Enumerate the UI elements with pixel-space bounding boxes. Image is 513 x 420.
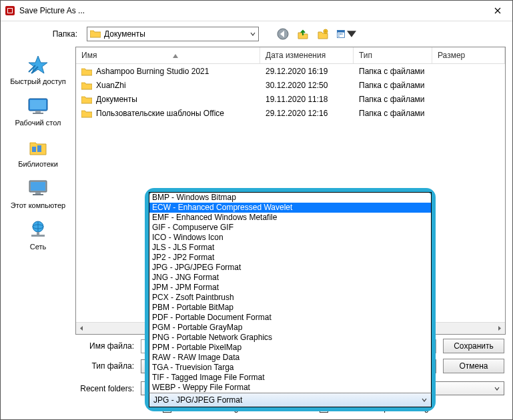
file-name: Пользовательские шаблоны Office [96,109,224,118]
svg-rect-10 [338,35,340,37]
button-label: Отмена [459,361,488,371]
file-date: 29.12.2020 16:19 [266,67,328,76]
format-option[interactable]: PBM - Portable BitMap [149,303,431,313]
svg-rect-16 [33,113,43,114]
folder-toolbar: Папка: Документы [1,21,512,47]
format-current-value: JPG - JPG/JPEG Format [153,395,242,405]
recent-label: Recent folders: [1,384,134,393]
cancel-button[interactable]: Отмена [443,359,504,373]
file-type: Папка с файлами [359,109,425,118]
chevron-down-icon [347,28,356,40]
file-date: 30.12.2020 12:50 [266,81,328,90]
format-option[interactable]: JLS - JLS Format [149,243,431,253]
filename-label: Имя файла: [1,341,134,351]
format-option[interactable]: ECW - Enhanced Compressed Wavelet [149,203,431,213]
format-option[interactable]: TIF - Tagged Image File Format [149,373,431,383]
svg-rect-15 [35,111,41,113]
table-row[interactable]: Ashampoo Burning Studio 202129.12.2020 1… [76,64,505,78]
save-picture-dialog: Save Picture As ... Папка: Документы [0,0,513,420]
format-option[interactable]: JPM - JPM Format [149,283,431,293]
svg-rect-14 [30,100,46,109]
format-option[interactable]: PPM - Portable PixelMap [149,343,431,353]
table-row[interactable]: Пользовательские шаблоны Office29.12.202… [76,106,505,120]
folder-select-value: Документы [104,29,247,39]
place-label: Быстрый доступ [10,77,66,85]
sort-ascending-icon [173,51,178,60]
save-button[interactable]: Сохранить [443,339,504,353]
filetype-label: Тип файла: [1,361,134,371]
up-folder-button[interactable] [296,27,310,41]
place-label: Сеть [30,243,46,251]
svg-rect-22 [33,194,43,195]
format-option[interactable]: RAW - RAW Image Data [149,353,431,363]
table-row[interactable]: XuanZhi30.12.2020 12:50Папка с файлами [76,78,505,92]
window-title: Save Picture As ... [19,6,482,15]
scroll-left-icon[interactable] [76,323,87,334]
chevron-down-icon [250,29,255,39]
file-name: Документы [96,95,137,104]
folder-icon [81,109,92,118]
format-option[interactable]: PDF - Portable Document Format [149,313,431,323]
folder-icon [81,67,92,76]
place-label: Библиотеки [18,160,58,168]
place-quick-access[interactable]: Быстрый доступ [1,53,75,85]
format-option[interactable]: GIF - Compuserve GIF [149,223,431,233]
format-option[interactable]: JNG - JNG Format [149,273,431,283]
folder-icon [81,95,92,104]
place-network[interactable]: Сеть [1,219,75,251]
format-option[interactable]: JPG - JPG/JPEG Format [149,263,431,273]
back-button[interactable] [276,27,290,41]
folder-label: Папка: [1,29,81,39]
new-folder-button[interactable] [316,27,330,41]
column-header-label: Размер [438,51,465,60]
column-header-type[interactable]: Тип [354,47,432,63]
format-option[interactable]: TGA - Truevision Targa [149,363,431,373]
svg-rect-2 [8,9,12,13]
format-option[interactable]: BMP - Windows Bitmap [149,193,431,203]
place-desktop[interactable]: Рабочий стол [1,95,75,127]
scroll-right-icon[interactable] [494,323,505,334]
chevron-down-icon [494,384,500,393]
column-header-date[interactable]: Дата изменения [260,47,354,63]
svg-rect-26 [37,232,39,235]
file-date: 19.11.2020 11:18 [266,95,328,104]
svg-rect-17 [32,147,36,152]
column-header-label: Дата изменения [266,51,326,60]
format-option[interactable]: ICO - Windows Icon [149,233,431,243]
svg-rect-21 [35,192,41,194]
app-icon [5,5,15,16]
table-row[interactable]: Документы19.11.2020 11:18Папка с файлами [76,92,505,106]
views-button[interactable] [336,27,356,41]
svg-rect-18 [37,145,41,152]
svg-rect-9 [342,33,343,35]
svg-rect-25 [31,235,45,237]
format-option[interactable]: PNG - Portable Network Graphics [149,333,431,343]
svg-rect-7 [338,33,340,35]
folder-icon [90,29,101,40]
place-this-pc[interactable]: Этот компьютер [1,177,75,209]
folder-select[interactable]: Документы [87,27,259,41]
place-libraries[interactable]: Библиотеки [1,136,75,168]
file-name: XuanZhi [96,81,126,90]
format-dropdown-current[interactable]: JPG - JPG/JPEG Format [149,393,432,407]
column-header-name[interactable]: Имя [76,47,260,63]
svg-rect-6 [338,31,345,33]
file-date: 29.12.2020 12:16 [266,109,328,118]
format-option[interactable]: WEBP - Weppy File Format [149,383,431,393]
format-dropdown[interactable]: BMP - Windows BitmapECW - Enhanced Compr… [145,188,436,411]
place-label: Этот компьютер [11,201,65,209]
chevron-down-icon [422,395,427,405]
format-option[interactable]: PGM - Portable GrayMap [149,323,431,333]
column-header-label: Имя [81,51,97,60]
format-option[interactable]: EMF - Enhanced Windows Metafile [149,213,431,223]
column-header-size[interactable]: Размер [432,47,505,63]
svg-rect-8 [340,33,341,35]
folder-icon [81,81,92,90]
file-name: Ashampoo Burning Studio 2021 [96,67,209,76]
titlebar: Save Picture As ... [1,1,512,21]
format-option[interactable]: PCX - Zsoft Paintbrush [149,293,431,303]
column-header-label: Тип [359,51,372,60]
format-option[interactable]: JP2 - JP2 Format [149,253,431,263]
close-button[interactable] [482,1,512,21]
place-label: Рабочий стол [15,119,61,127]
